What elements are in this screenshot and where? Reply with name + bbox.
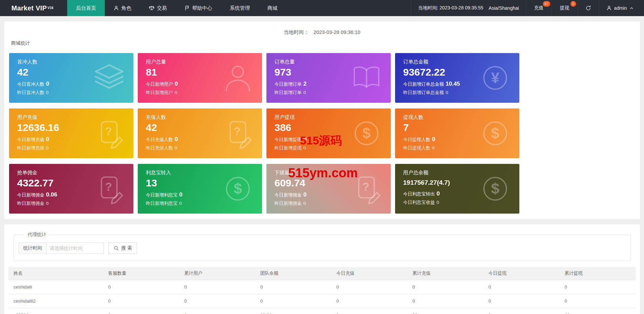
stat-card-today-label: 今日提现人数 — [403, 137, 430, 142]
svg-text:$: $ — [362, 125, 371, 141]
table-row: ceshidalili2 0 0 0 0 0 0 0 — [8, 294, 636, 308]
table-cell: 0 — [255, 280, 331, 294]
svg-text:$: $ — [491, 180, 500, 197]
stat-card-today-label: 今日充值人数 — [146, 137, 173, 142]
user-menu[interactable]: admin — [599, 0, 644, 16]
nav-menu-item[interactable]: 交易 — [140, 0, 176, 16]
stat-card-today-value: 0 — [175, 136, 178, 142]
nav-menu-label: 商城 — [267, 5, 277, 11]
main-content: 当地时间：2023-03-28 09:36:10 商城统计 首冲人数 42 今日… — [0, 16, 644, 314]
table-cell: 0 — [560, 294, 636, 308]
nav-menu-item[interactable]: 角色 — [105, 0, 140, 16]
table-header-cell: 团队余额 — [255, 267, 331, 280]
stat-card-yesterday-value: 0 — [175, 145, 177, 150]
navbar-local-time: 当地时间: 2023-03-28 09:35:55 — [418, 5, 483, 11]
stat-card-today-value: 0 — [46, 81, 49, 87]
table-cell: 0 — [179, 280, 255, 294]
stat-card-yesterday-label: 昨日新增佣金 — [17, 201, 44, 206]
table-header-cell: 姓名 — [8, 267, 103, 280]
stat-card-yesterday-label: 昨日新增提现 — [274, 145, 302, 150]
table-cell: 49 — [560, 308, 636, 314]
table-cell: 1 — [179, 308, 255, 314]
dollar-icon: $ — [479, 117, 511, 149]
stat-card-yesterday-value: 0 — [46, 90, 49, 95]
search-button[interactable]: 搜 索 — [109, 242, 137, 254]
stat-card-today-value: 0 — [46, 136, 49, 142]
stat-card: 用户充值 12636.16 今日新增充值0 昨日新增充值0 ¥ $ ? — [9, 108, 133, 158]
table-cell: 0 — [331, 280, 407, 294]
layers-icon — [93, 62, 125, 94]
section-title: 商城统计 — [11, 40, 640, 46]
table-header-row: 姓名 客服数量 累计用户 团队余额 今日充值 累计充值 今日提现 累计提现 — [8, 267, 636, 280]
table-cell: ceshidaili — [8, 280, 103, 294]
stat-card: 用户总余额 1917567.27(4.7) 今日利息宝转出0 今日利息宝收益0 … — [395, 164, 519, 214]
stat-card-today-label: 今日新增提现 — [274, 137, 302, 142]
table-cell: 0 — [483, 308, 559, 314]
stat-card: 订单总量 973 今日新增订单2 昨日新增订单0 ¥ $ ? — [266, 53, 391, 103]
table-header-cell: 今日充值 — [331, 267, 407, 280]
search-icon — [114, 245, 119, 251]
table-header-cell: 今日提现 — [483, 267, 559, 280]
document-edit-icon: ? — [222, 117, 254, 149]
app-logo-version: V16 — [47, 6, 53, 10]
table-header-cell: 累计提现 — [560, 267, 636, 280]
agent-fieldset: 代理统计 统计时间 搜 索 — [13, 232, 631, 261]
stat-card-yesterday-value: 0 — [446, 90, 448, 95]
stat-card-yesterday-label: 昨日首冲人数 — [17, 90, 44, 95]
stat-card-icon: ¥ $ ? — [479, 117, 511, 149]
watermark-text: 515源码 — [300, 133, 342, 148]
yuan-icon: ¥ — [479, 62, 511, 94]
stats-panel: 当地时间：2023-03-28 09:36:10 商城统计 首冲人数 42 今日… — [4, 21, 640, 220]
stat-time-input[interactable] — [46, 242, 104, 254]
recharge-label: 充值 — [534, 5, 544, 11]
local-time-row: 当地时间：2023-03-28 09:36:10 — [4, 21, 640, 36]
watermark-text: 515ym.com — [288, 166, 358, 180]
withdraw-badge: 0 — [570, 1, 576, 7]
svg-text:$: $ — [491, 125, 500, 141]
stat-card-today-label: 今日首冲人数 — [17, 82, 44, 87]
document-edit-icon: ? — [93, 173, 125, 205]
stat-card-icon: ¥ $ ? — [93, 117, 125, 149]
table-cell: 13.64 — [255, 308, 331, 314]
stat-card-yesterday-value: 0 — [437, 200, 439, 205]
agent-stats-panel: 代理统计 统计时间 搜 索 姓名 客服数量 累计用户 团队余额 今日充值 累计充… — [4, 224, 640, 314]
user-avatar-icon — [606, 5, 612, 11]
book-icon — [350, 62, 383, 94]
stat-card-today-label: 今日新增充值 — [17, 137, 44, 142]
stat-card-yesterday-value: 0 — [46, 145, 49, 150]
table-cell: 0 — [483, 280, 559, 294]
stat-card-yesterday-label: 昨日提现人数 — [403, 145, 430, 150]
dollar-icon: $ — [222, 173, 254, 205]
table-cell: 62 — [407, 308, 483, 314]
stat-card-icon: ¥ $ ? — [222, 62, 254, 94]
stat-time-label: 统计时间 — [19, 242, 46, 254]
stat-card: 抢单佣金 4322.77 今日新增佣金0.06 昨日新增佣金0 ¥ $ ? — [9, 164, 133, 214]
refresh-icon — [585, 5, 591, 11]
nav-menu-item[interactable]: 帮助中心 — [176, 0, 221, 16]
local-time-value: 2023-03-28 09:36:10 — [313, 29, 360, 35]
stat-card-today-label: 今日新增佣金 — [274, 192, 302, 197]
stat-card-icon: ¥ $ ? — [479, 62, 511, 94]
user-icon — [114, 5, 119, 11]
table-cell: 0 — [103, 308, 179, 314]
stat-card-yesterday-label: 昨日新增用户 — [146, 90, 173, 95]
nav-menu-item[interactable]: 系统管理 — [221, 0, 259, 16]
agent-table: 姓名 客服数量 累计用户 团队余额 今日充值 累计充值 今日提现 累计提现 ce… — [8, 267, 636, 314]
scales-icon — [149, 5, 155, 11]
app-logo[interactable]: Market VIP V16 — [0, 0, 67, 16]
navbar-time-block: 当地时间: 2023-03-28 09:35:55 Asia/Shanghai — [411, 0, 526, 16]
filter-row: 统计时间 搜 索 — [19, 242, 626, 254]
withdraw-button[interactable]: 提现 0 — [552, 0, 577, 16]
nav-menu-item[interactable]: 后台首页 — [67, 0, 105, 16]
refresh-button[interactable] — [577, 0, 599, 16]
navbar-timezone: Asia/Shanghai — [489, 5, 519, 11]
table-cell: 0 — [331, 294, 407, 308]
recharge-button[interactable]: 充值 87 — [526, 0, 552, 16]
stat-card-yesterday-value: 0 — [303, 90, 306, 95]
svg-text:?: ? — [105, 125, 112, 138]
nav-menu-item[interactable]: 商城 — [259, 0, 286, 16]
agent-fieldset-legend: 代理统计 — [24, 232, 50, 238]
stat-card: 订单总金额 93672.22 今日新增订单总金额10.45 昨日新增订单总金额0… — [395, 53, 519, 103]
table-cell: a00001 — [8, 308, 103, 314]
svg-text:?: ? — [362, 180, 370, 193]
